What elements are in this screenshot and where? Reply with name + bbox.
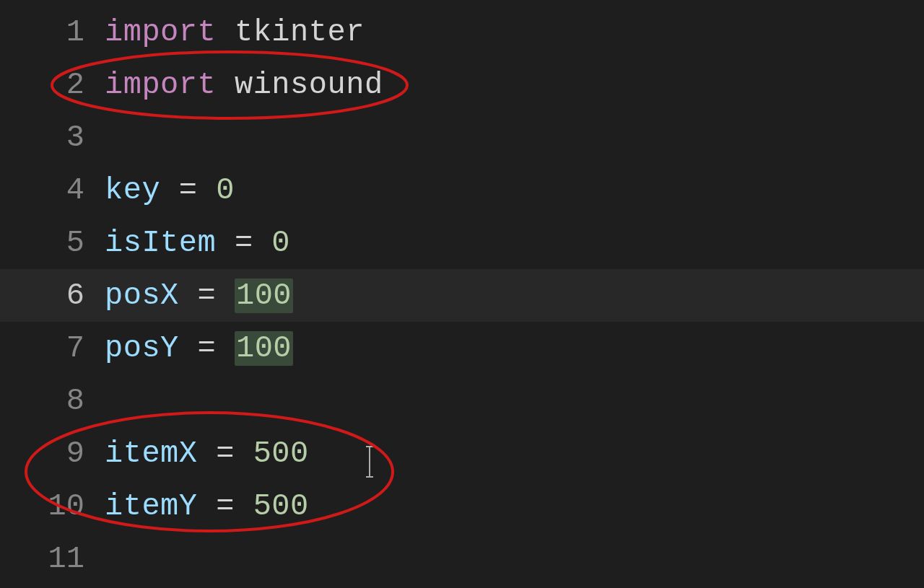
code-line[interactable]: 8	[0, 374, 924, 427]
token-hi-num: 100	[235, 278, 293, 313]
token-op: =	[160, 173, 216, 208]
code-line[interactable]: 10itemY = 500	[0, 480, 924, 532]
code-line[interactable]: 5isItem = 0	[0, 216, 924, 269]
code-line[interactable]: 7posY = 100	[0, 322, 924, 374]
token-hi-num: 100	[235, 331, 293, 366]
code-content[interactable]: itemX = 500	[105, 436, 375, 471]
token-num: 0	[216, 173, 235, 208]
token-num: 500	[253, 436, 309, 471]
token-op: =	[179, 331, 235, 366]
token-ident: key	[105, 173, 160, 208]
token-op: =	[216, 226, 271, 260]
line-number: 6	[0, 278, 105, 313]
line-number: 4	[0, 173, 105, 208]
line-number: 2	[0, 68, 105, 102]
token-plain	[216, 68, 235, 102]
line-number: 1	[0, 15, 105, 50]
code-line[interactable]: 3	[0, 111, 924, 164]
token-kw: import	[105, 15, 216, 50]
line-number: 11	[0, 542, 105, 576]
code-content[interactable]: import tkinter	[105, 15, 365, 50]
code-content[interactable]: isItem = 0	[105, 226, 290, 260]
code-line[interactable]: 9itemX = 500	[0, 427, 924, 480]
line-number: 5	[0, 226, 105, 260]
line-number: 8	[0, 384, 105, 418]
token-ident: posY	[105, 331, 179, 366]
code-line[interactable]: 11	[0, 532, 924, 585]
code-editor[interactable]: 1import tkinter2import winsound34key = 0…	[0, 0, 924, 588]
token-op: =	[198, 436, 253, 471]
token-ident: isItem	[105, 226, 216, 260]
line-number: 10	[0, 489, 105, 524]
line-number: 3	[0, 120, 105, 155]
token-kw: import	[105, 68, 216, 102]
token-ident: itemY	[105, 489, 198, 524]
line-number: 7	[0, 331, 105, 366]
token-num: 500	[253, 489, 309, 524]
code-line[interactable]: 4key = 0	[0, 164, 924, 216]
code-content[interactable]: posX = 100	[105, 278, 293, 313]
code-content[interactable]: posY = 100	[105, 331, 293, 366]
code-content[interactable]: import winsound	[105, 68, 383, 102]
token-ident: posX	[105, 278, 179, 313]
line-number: 9	[0, 436, 105, 471]
token-num: 0	[271, 226, 290, 260]
token-op: =	[179, 278, 235, 313]
code-content[interactable]: key = 0	[105, 173, 235, 208]
token-op: =	[198, 489, 253, 524]
code-line[interactable]: 1import tkinter	[0, 6, 924, 58]
token-plain: winsound	[235, 68, 383, 102]
code-line[interactable]: 6posX = 100	[0, 269, 924, 322]
token-plain	[216, 15, 235, 50]
token-plain: tkinter	[235, 15, 365, 50]
code-content[interactable]: itemY = 500	[105, 489, 309, 524]
code-line[interactable]: 2import winsound	[0, 58, 924, 111]
token-ident: itemX	[105, 436, 198, 471]
